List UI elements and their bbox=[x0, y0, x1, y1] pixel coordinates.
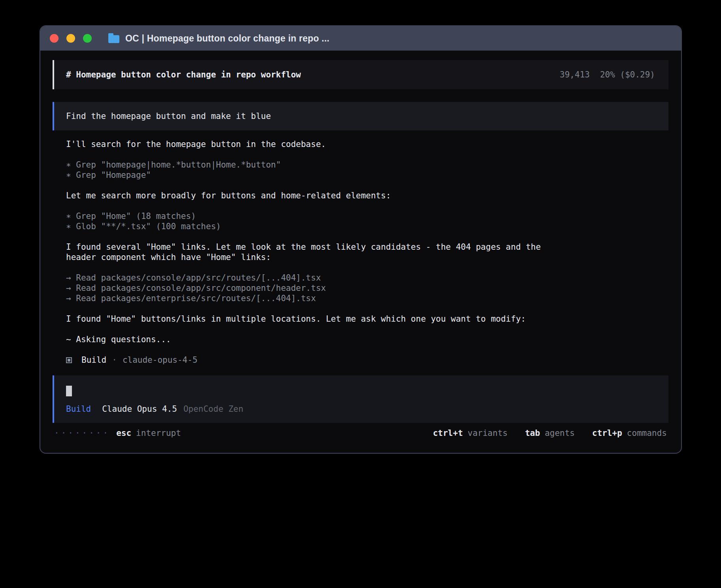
context-usage: 20% ($0.29) bbox=[600, 70, 655, 79]
input-meta-row: Build Claude Opus 4.5 OpenCode Zen bbox=[66, 404, 657, 414]
session-meta: 39,413 20% ($0.29) bbox=[560, 70, 655, 79]
spacer bbox=[66, 324, 668, 334]
tool-call-line: ∗ Grep "homepage|home.*button|Home.*butt… bbox=[66, 160, 668, 170]
status-bar: ········ esc interrupt ctrl+tvariantstab… bbox=[53, 428, 668, 438]
status-bar-left: ········ esc interrupt bbox=[54, 428, 181, 438]
window-title: OC | Homepage button color change in rep… bbox=[125, 33, 329, 44]
shortcut-group: ctrl+tvariants bbox=[433, 428, 508, 438]
agent-name: Build bbox=[81, 355, 106, 365]
assistant-text-line: Let me search more broadly for buttons a… bbox=[66, 190, 668, 201]
assistant-text-line: I'll search for the homepage button in t… bbox=[66, 139, 668, 149]
zoom-window-button[interactable] bbox=[83, 34, 92, 43]
assistant-text-line: I found "Home" buttons/links in multiple… bbox=[66, 314, 668, 324]
tool-call-line: → Read packages/console/app/src/componen… bbox=[66, 283, 668, 293]
folder-icon bbox=[108, 35, 119, 43]
input-mode-label: Build bbox=[66, 404, 91, 414]
minimize-window-button[interactable] bbox=[66, 34, 75, 43]
session-header: # Homepage button color change in repo w… bbox=[53, 60, 668, 89]
spinner-dots: ········ bbox=[54, 428, 110, 438]
build-agent-icon bbox=[66, 357, 72, 363]
tool-call-line: ∗ Glob "**/*.tsx" (100 matches) bbox=[66, 221, 668, 232]
shortcut-key: ctrl+t bbox=[433, 428, 463, 438]
spacer bbox=[66, 303, 668, 314]
tool-call-line: ∗ Grep "Home" (18 matches) bbox=[66, 211, 668, 221]
window-titlebar[interactable]: OC | Homepage button color change in rep… bbox=[40, 26, 681, 51]
titlebar-title-group: OC | Homepage button color change in rep… bbox=[108, 33, 329, 44]
spacer bbox=[66, 345, 668, 355]
tool-call-line: ∗ Grep "Homepage" bbox=[66, 170, 668, 180]
input-provider-label: OpenCode Zen bbox=[183, 404, 243, 414]
agent-separator: · bbox=[112, 355, 117, 365]
spacer bbox=[66, 180, 668, 190]
text-cursor bbox=[66, 386, 72, 396]
shortcut-hints: ctrl+tvariantstabagentsctrl+pcommands bbox=[415, 428, 667, 438]
terminal-content: # Homepage button color change in repo w… bbox=[40, 51, 681, 438]
desktop-background: OC | Homepage button color change in rep… bbox=[0, 0, 721, 588]
prompt-input[interactable]: Build Claude Opus 4.5 OpenCode Zen bbox=[53, 375, 668, 423]
spacer bbox=[66, 149, 668, 160]
spacer bbox=[66, 201, 668, 211]
spacer bbox=[66, 232, 668, 242]
tool-call-line: → Read packages/console/app/src/routes/[… bbox=[66, 273, 668, 283]
assistant-text-line: header component which have "Home" links… bbox=[66, 252, 668, 262]
shortcut-group: ctrl+pcommands bbox=[592, 428, 667, 438]
token-count: 39,413 bbox=[560, 70, 590, 79]
assistant-text-line: ~ Asking questions... bbox=[66, 334, 668, 345]
esc-action-label: interrupt bbox=[136, 428, 181, 438]
close-window-button[interactable] bbox=[50, 34, 59, 43]
tool-call-line: → Read packages/enterprise/src/routes/[.… bbox=[66, 293, 668, 303]
shortcut-label: agents bbox=[545, 428, 575, 438]
esc-key-hint: esc bbox=[116, 428, 131, 438]
spacer bbox=[66, 262, 668, 273]
shortcut-label: variants bbox=[468, 428, 508, 438]
user-message: Find the homepage button and make it blu… bbox=[53, 102, 668, 130]
shortcut-key: tab bbox=[525, 428, 540, 438]
assistant-text-line: I found several "Home" links. Let me loo… bbox=[66, 242, 668, 252]
traffic-lights bbox=[50, 34, 92, 43]
agent-status-row: Build · claude-opus-4-5 bbox=[53, 355, 668, 365]
shortcut-group: tabagents bbox=[525, 428, 575, 438]
transcript: I'll search for the homepage button in t… bbox=[53, 139, 668, 355]
shortcut-label: commands bbox=[627, 428, 667, 438]
session-title: # Homepage button color change in repo w… bbox=[66, 70, 301, 79]
agent-model: claude-opus-4-5 bbox=[123, 355, 198, 365]
input-model-label: Claude Opus 4.5 bbox=[102, 404, 177, 414]
user-message-text: Find the homepage button and make it blu… bbox=[66, 111, 271, 121]
shortcut-key: ctrl+p bbox=[592, 428, 622, 438]
terminal-window: OC | Homepage button color change in rep… bbox=[40, 25, 682, 454]
